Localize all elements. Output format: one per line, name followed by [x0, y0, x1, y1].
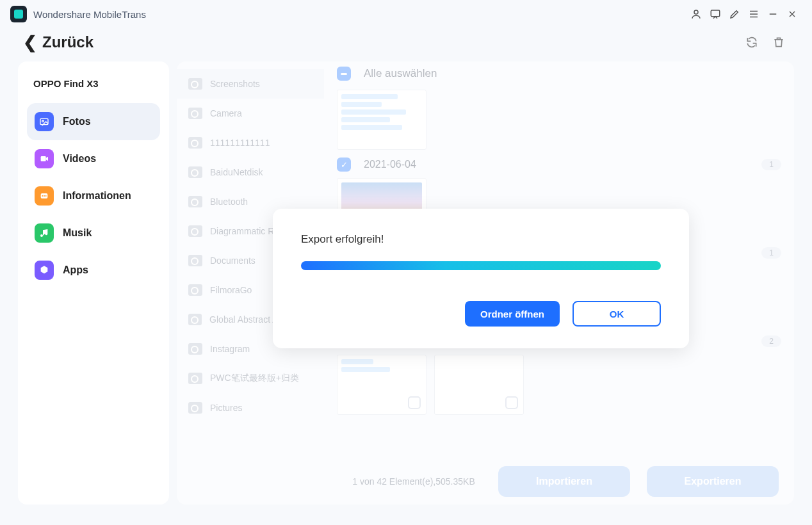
menu-icon[interactable]	[744, 4, 763, 24]
svg-point-8	[45, 195, 47, 197]
svg-point-3	[42, 120, 44, 122]
refresh-icon[interactable]	[742, 32, 762, 52]
sidebar-item-informationen[interactable]: Informationen	[27, 177, 160, 214]
dialog-title: Export erfolgreih!	[301, 233, 661, 246]
videos-icon	[35, 149, 54, 168]
chevron-left-icon[interactable]: ❮	[23, 33, 37, 52]
sidebar-item-label: Musik	[63, 227, 92, 239]
minimize-icon[interactable]	[763, 4, 783, 24]
export-success-dialog: Export erfolgreih! Ordner öffnen OK	[273, 209, 689, 348]
sidebar-item-apps[interactable]: Apps	[27, 252, 160, 289]
sidebar-item-musik[interactable]: Musik	[27, 214, 160, 252]
svg-point-6	[42, 195, 43, 197]
apps-icon	[35, 261, 54, 280]
back-row: ❮ Zurück	[0, 28, 812, 61]
sidebar-item-label: Apps	[63, 264, 88, 276]
sidebar-item-fotos[interactable]: Fotos	[27, 103, 160, 140]
app-logo	[10, 6, 27, 22]
photos-icon	[35, 112, 54, 131]
progress-bar	[301, 261, 661, 270]
svg-point-0	[694, 10, 698, 14]
edit-icon[interactable]	[725, 4, 744, 24]
svg-rect-1	[711, 10, 720, 17]
account-icon[interactable]	[686, 4, 706, 24]
sidebar: OPPO Find X3 Fotos Videos Informationen …	[18, 61, 169, 505]
svg-rect-4	[41, 156, 46, 161]
open-folder-button[interactable]: Ordner öffnen	[465, 301, 560, 327]
feedback-icon[interactable]	[706, 4, 725, 24]
svg-point-7	[44, 195, 45, 197]
app-title: Wondershare MobileTrans	[33, 9, 146, 20]
sidebar-item-label: Fotos	[63, 116, 91, 127]
ok-button[interactable]: OK	[572, 301, 661, 327]
music-icon	[35, 223, 54, 243]
sidebar-item-label: Videos	[63, 153, 96, 165]
sidebar-item-label: Informationen	[63, 190, 131, 202]
sidebar-item-videos[interactable]: Videos	[27, 140, 160, 177]
info-icon	[35, 186, 54, 206]
back-label[interactable]: Zurück	[42, 33, 93, 51]
device-name: OPPO Find X3	[33, 78, 154, 89]
trash-icon[interactable]	[768, 32, 789, 52]
close-icon[interactable]	[783, 4, 802, 24]
titlebar: Wondershare MobileTrans	[0, 0, 812, 28]
